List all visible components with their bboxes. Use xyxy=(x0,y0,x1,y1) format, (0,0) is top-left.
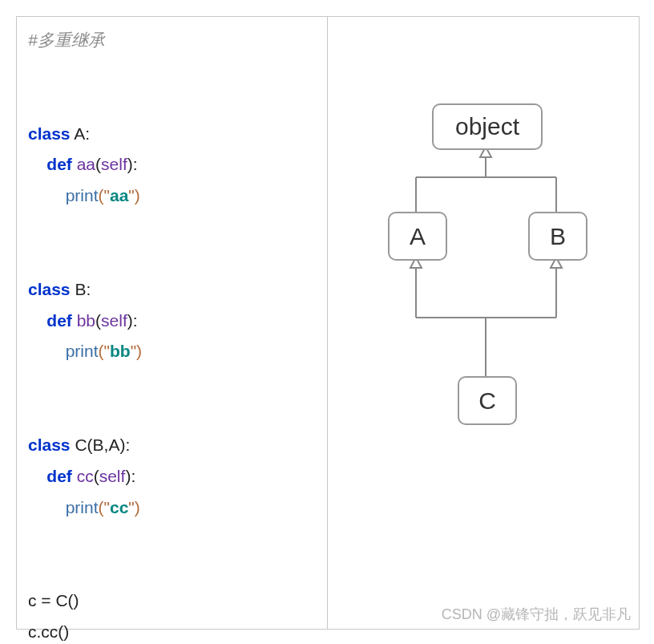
kw-def-aa: def xyxy=(46,155,72,173)
fn-bb: bb xyxy=(77,311,95,330)
print-cc-close: ") xyxy=(128,498,139,516)
str-cc: cc xyxy=(110,498,128,516)
colon-c: : xyxy=(125,435,130,454)
paren-bb-open: ( xyxy=(95,311,101,330)
print-bb: print xyxy=(66,342,99,360)
print-cc-open: (" xyxy=(99,498,110,516)
self-cc: self xyxy=(99,467,126,485)
diagram-node-a: A xyxy=(388,212,447,261)
fn-cc: cc xyxy=(77,467,94,485)
paren-bb-close: ) xyxy=(127,311,133,330)
class-a-name: A xyxy=(74,124,85,143)
code-block: #多重继承 class A: def aa(self): print("aa")… xyxy=(28,25,316,644)
print-bb-close: ") xyxy=(131,342,142,360)
kw-def-bb: def xyxy=(46,311,72,330)
kw-def-cc: def xyxy=(46,467,72,485)
code-comment: #多重继承 xyxy=(28,30,105,49)
colon-b: : xyxy=(86,280,91,298)
code-instantiate: c = C() xyxy=(28,591,79,610)
class-c-bases: (B,A) xyxy=(87,435,126,454)
inheritance-diagram: object A B C xyxy=(328,17,639,629)
code-call-cc: c.cc() xyxy=(28,622,69,641)
document-frame: #多重继承 class A: def aa(self): print("aa")… xyxy=(16,16,640,630)
kw-class-c: class xyxy=(28,435,71,454)
kw-class-b: class xyxy=(28,280,71,298)
print-aa-open: (" xyxy=(99,186,110,205)
print-bb-open: (" xyxy=(99,342,110,360)
diagram-node-object: object xyxy=(432,103,543,150)
paren-aa-close: ) xyxy=(127,155,133,173)
kw-class-a: class xyxy=(28,124,71,143)
str-bb: bb xyxy=(110,342,131,360)
self-aa: self xyxy=(101,155,127,173)
self-bb: self xyxy=(101,311,127,330)
str-aa: aa xyxy=(110,186,128,205)
paren-cc-open: ( xyxy=(94,467,99,485)
code-panel: #多重继承 class A: def aa(self): print("aa")… xyxy=(17,17,328,629)
class-c-name: C xyxy=(75,435,87,454)
colon-aa: : xyxy=(133,155,138,173)
colon-cc: : xyxy=(131,467,135,485)
print-aa-close: ") xyxy=(128,186,139,205)
diagram-node-c: C xyxy=(458,376,517,425)
paren-aa-open: ( xyxy=(95,155,101,173)
colon-a: : xyxy=(85,124,90,143)
diagram-node-b: B xyxy=(528,212,587,261)
fn-aa: aa xyxy=(77,155,95,173)
colon-bb: : xyxy=(133,311,138,330)
print-aa: print xyxy=(66,186,99,205)
print-cc: print xyxy=(66,498,99,516)
diagram-panel: object A B C xyxy=(328,17,639,629)
class-b-name: B xyxy=(75,280,86,298)
